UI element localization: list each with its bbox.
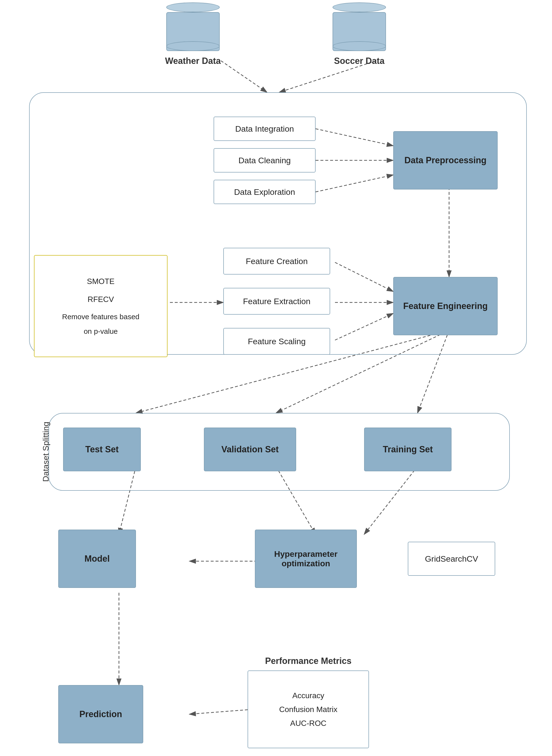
remove-features-text: Remove features basedon p-value <box>62 310 140 339</box>
data-integration-box: Data Integration <box>214 117 315 141</box>
cylinder-top-soccer <box>332 2 386 12</box>
feature-engineering-box: Feature Engineering <box>393 277 498 335</box>
confusion-matrix-text: Confusion Matrix <box>279 705 337 714</box>
accuracy-text: Accuracy <box>292 691 324 700</box>
training-set-box: Training Set <box>364 428 451 471</box>
hyperparameter-box: Hyperparameter optimization <box>255 530 357 588</box>
gridsearch-box: GridSearchCV <box>408 542 495 576</box>
soccer-data-cylinder: Soccer Data <box>332 7 386 66</box>
feature-scaling-box: Feature Scaling <box>223 328 330 355</box>
model-box: Model <box>58 530 136 588</box>
performance-metrics-label: Performance Metrics <box>248 656 369 666</box>
cylinder-top <box>166 2 220 12</box>
data-exploration-box: Data Exploration <box>214 180 315 204</box>
feature-creation-box: Feature Creation <box>223 248 330 275</box>
data-cleaning-box: Data Cleaning <box>214 148 315 173</box>
test-set-box: Test Set <box>63 428 141 471</box>
cylinder-bottom-soccer <box>332 41 386 51</box>
svg-line-1 <box>221 61 267 92</box>
diagram-container: Weather Data Soccer Data Data Integratio… <box>0 0 552 756</box>
validation-set-box: Validation Set <box>204 428 296 471</box>
rfecv-text: RFECV <box>88 292 114 307</box>
dataset-splitting-label: Dataset Splitting <box>41 422 50 482</box>
metrics-box: Accuracy Confusion Matrix AUC-ROC <box>248 670 369 748</box>
smote-text: SMOTE <box>87 274 115 289</box>
prediction-box: Prediction <box>58 685 143 743</box>
weather-data-cylinder: Weather Data <box>165 7 221 66</box>
data-preprocessing-box: Data Preprocessing <box>393 131 498 190</box>
weather-data-label: Weather Data <box>165 56 221 66</box>
cylinder-bottom <box>166 41 220 51</box>
feature-extraction-box: Feature Extraction <box>223 288 330 315</box>
soccer-data-label: Soccer Data <box>334 56 385 66</box>
auc-roc-text: AUC-ROC <box>290 719 326 728</box>
smote-box: SMOTE RFECV Remove features basedon p-va… <box>34 255 167 357</box>
